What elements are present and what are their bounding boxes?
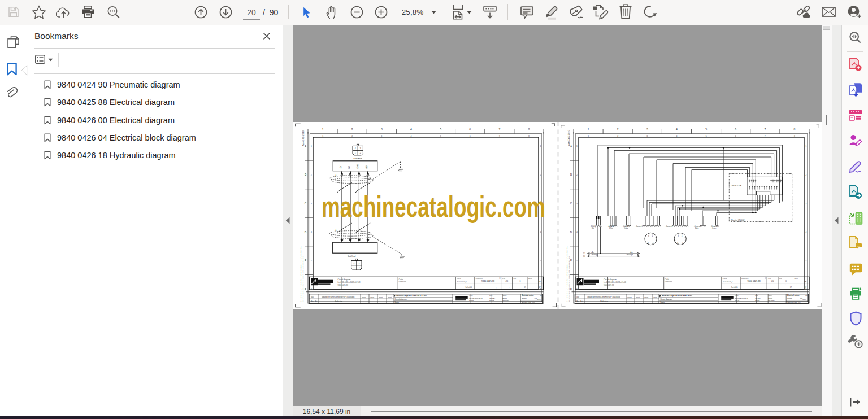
svg-text:Merge: Merge xyxy=(370,301,374,303)
svg-text:Rev: Rev xyxy=(311,300,314,303)
svg-text:5: 5 xyxy=(540,260,541,262)
svg-text:17: 17 xyxy=(790,286,792,289)
svg-text:Defects: Defects xyxy=(489,300,494,302)
svg-text:5: 5 xyxy=(706,135,707,137)
svg-text:White: White xyxy=(609,227,613,229)
svg-text:C: C xyxy=(570,202,572,205)
svg-text:Black: Black xyxy=(695,227,699,229)
svg-text:updated with harness-gth BRrw@: updated with harness-gth BRrw@an • 56043… xyxy=(587,296,620,298)
svg-text:It-No: It-No xyxy=(502,278,506,280)
svg-text:3: 3 xyxy=(646,128,648,131)
svg-text:-Camera 1: -Camera 1 xyxy=(636,225,643,228)
svg-text:SHLD: SHLD xyxy=(366,165,368,169)
svg-text:written consent. We reserve al: written consent. We reserve all patent r… xyxy=(568,256,570,302)
svg-text:Org-grBy: Org-grBy xyxy=(755,298,761,299)
svg-text:Date: Date xyxy=(457,284,460,286)
svg-text:000: 000 xyxy=(576,296,579,298)
svg-text:Firma: Firma xyxy=(469,295,473,296)
svg-text:-MOM-020A: -MOM-020A xyxy=(731,185,742,187)
svg-text:Firma: Firma xyxy=(735,295,739,296)
svg-text:C: C xyxy=(520,280,521,282)
svg-text:D: D xyxy=(305,231,307,234)
svg-text:8: 8 xyxy=(794,128,796,131)
svg-text:Green: Green xyxy=(712,227,717,229)
svg-text:4: 4 xyxy=(540,231,541,233)
svg-text:Merge: Merge xyxy=(635,301,639,303)
svg-text:5.1: 5.1 xyxy=(583,255,585,257)
svg-text:Project: Project xyxy=(457,278,461,280)
svg-text:S-ghder: S-ghder xyxy=(502,302,507,304)
svg-text:90/05: 90/05 xyxy=(537,299,541,301)
svg-text:Import: Import xyxy=(379,296,383,298)
svg-text:6: 6 xyxy=(469,128,471,131)
svg-text:9840 0425 88: 9840 0425 88 xyxy=(604,284,614,286)
svg-text:H: H xyxy=(765,277,766,280)
svg-text:Date: Date xyxy=(362,301,365,303)
svg-text:Dept-gr: Dept-gr xyxy=(735,300,739,302)
svg-text:E: E xyxy=(305,259,306,262)
svg-text:Seftwde: Seftwde xyxy=(522,298,527,299)
svg-text:1: 1 xyxy=(806,145,807,147)
svg-text:Se-5+005: Se-5+005 xyxy=(731,286,738,289)
svg-text:A: A xyxy=(570,145,572,148)
svg-text:1: 1 xyxy=(540,145,541,147)
svg-text:4: 4 xyxy=(676,135,677,137)
svg-text:2: 2 xyxy=(576,174,578,176)
svg-text:Next sheet: Next sheet xyxy=(795,284,801,286)
svg-text:JL/25+05+05_C: JL/25+05+05_C xyxy=(723,281,734,283)
svg-text:1: 1 xyxy=(682,235,683,237)
svg-text:8: 8 xyxy=(528,135,530,137)
svg-text:1: 1 xyxy=(588,128,589,131)
svg-text:+Backlight: +Backlight xyxy=(591,254,598,256)
svg-text:4: 4 xyxy=(311,231,312,233)
svg-text:Org-grBy: Org-grBy xyxy=(489,298,496,299)
svg-text:B: B xyxy=(305,173,306,176)
svg-text:494: 494 xyxy=(506,280,509,282)
svg-text:Electrical system: Electrical system xyxy=(522,294,534,296)
svg-text:7: 7 xyxy=(765,135,766,137)
svg-text:4: 4 xyxy=(648,242,649,244)
svg-text:3: 3 xyxy=(360,147,361,150)
svg-text:1: 1 xyxy=(576,145,578,147)
svg-text:3: 3 xyxy=(381,135,382,137)
svg-text:2: 2 xyxy=(358,267,359,269)
svg-text:Location: Location xyxy=(502,284,508,286)
svg-text:5: 5 xyxy=(806,260,807,262)
svg-text:Import: Import xyxy=(388,296,392,298)
svg-text:2: 2 xyxy=(351,135,353,137)
svg-text:9840042588_T05: 9840042588_T05 xyxy=(787,302,801,304)
svg-text:written consent. We reserve al: written consent. We reserve all patent r… xyxy=(302,256,304,302)
svg-text:Date: Date xyxy=(723,284,726,286)
svg-text:connector: connector xyxy=(665,281,672,283)
svg-text:+Acc: +Acc xyxy=(591,251,595,254)
svg-text:5: 5 xyxy=(705,128,707,131)
svg-text:Circuit diagram: Circuit diagram xyxy=(660,298,672,300)
svg-text:5: 5 xyxy=(440,128,441,131)
svg-text:Rev: Rev xyxy=(576,300,579,303)
svg-text:Import: Import xyxy=(636,296,640,298)
svg-text:3: 3 xyxy=(381,128,383,131)
svg-text:Drawing no: Drawing no xyxy=(741,278,749,280)
svg-text:6: 6 xyxy=(470,135,471,137)
svg-text:2: 2 xyxy=(617,135,618,137)
svg-text:Total sheets: Total sheets xyxy=(779,284,787,286)
svg-text:Lin-2 BB-04B-in/202/B+07+08: Lin-2 BB-04B-in/202/B+07+08 xyxy=(338,281,361,283)
svg-text:Rail: Rail xyxy=(592,227,594,229)
svg-text:Date: Date xyxy=(627,301,631,303)
svg-text:5: 5 xyxy=(311,260,312,262)
svg-text:Circuit diagram: Circuit diagram xyxy=(394,298,407,300)
svg-text:C: C xyxy=(305,202,307,205)
svg-text:7: 7 xyxy=(764,128,766,131)
svg-text:Sheet: Sheet xyxy=(528,278,532,280)
svg-text:1: 1 xyxy=(588,135,589,137)
svg-text:8: 8 xyxy=(648,235,649,237)
svg-text:Circuit diagram: Circuit diagram xyxy=(338,278,351,281)
svg-text:H: H xyxy=(500,277,501,280)
svg-text:Modification: Modification xyxy=(600,300,608,303)
svg-text:Monitor CN-002: Monitor CN-002 xyxy=(731,219,745,221)
svg-text:-Camera 2: -Camera 2 xyxy=(666,225,673,228)
svg-text:updated with harness-gth BRrw@: updated with harness-gth BRrw@an • 56043… xyxy=(322,296,355,298)
svg-text:9840042588_T05: 9840042588_T05 xyxy=(522,302,535,304)
svg-text:2: 2 xyxy=(682,242,683,244)
svg-text:Owner: Owner xyxy=(768,295,772,296)
